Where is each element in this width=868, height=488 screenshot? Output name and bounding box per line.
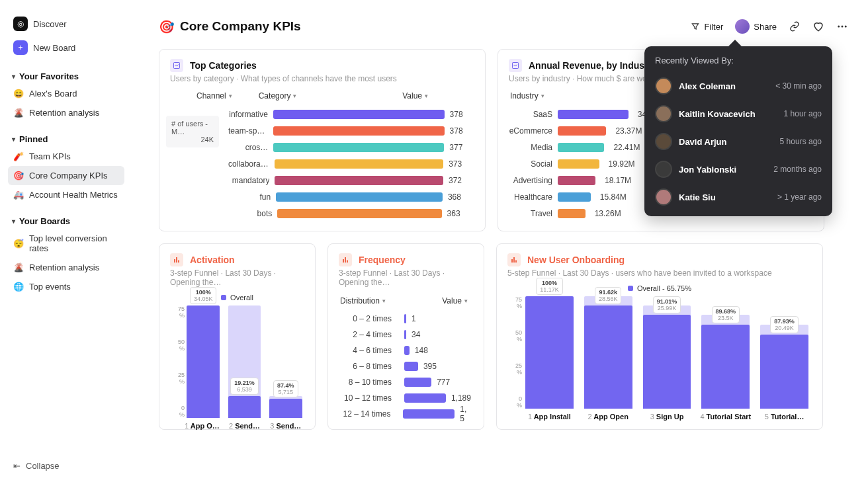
dropdown-channel[interactable]: Channel▾	[196, 91, 232, 101]
bar-fill	[558, 159, 599, 169]
bar-fill	[273, 143, 444, 152]
share-button[interactable]: Share	[735, 19, 777, 34]
funnel-bar: 89.68%23.5K	[698, 296, 753, 409]
sidebar-item[interactable]: 🌐Top events	[8, 277, 124, 296]
card-frequency[interactable]: Frequency 3-step Funnel · Last 30 Days ·…	[327, 243, 484, 430]
viewer-row[interactable]: David Arjun5 hours ago	[655, 128, 822, 155]
more-button[interactable]	[836, 20, 848, 32]
sidebar-item[interactable]: 😴Top level conversion rates	[8, 229, 124, 258]
filter-button[interactable]: Filter	[691, 22, 723, 32]
sidebar-item[interactable]: 🌋Retention analysis	[8, 258, 124, 277]
card-subtitle: Users by category · What types of channe…	[170, 74, 474, 83]
sidebar-item[interactable]: 😄Alex's Board	[8, 84, 124, 103]
dropdown-value[interactable]: Value▾	[402, 91, 428, 101]
bar-fill	[404, 362, 418, 371]
svg-rect-10	[347, 261, 348, 263]
dropdown-distribution[interactable]: Distribution▾	[340, 296, 386, 305]
bar-label: 6 – 8 times	[339, 362, 392, 371]
funnel-bar: 100%11.17K	[522, 296, 577, 409]
bar-row: collaborative373	[228, 155, 474, 172]
card-onboarding[interactable]: New User Onboarding 5-step Funnel · Last…	[496, 243, 823, 430]
bar-tooltip: 19.21%6,539	[230, 378, 259, 395]
bar-fill	[273, 110, 445, 119]
card-activation[interactable]: Activation 3-step Funnel · Last 30 Days …	[159, 243, 316, 430]
sidebar-item-label: Team KPIs	[29, 151, 71, 161]
bar-value: 395	[423, 362, 437, 371]
sidebar-item[interactable]: 🧨Team KPIs	[8, 147, 124, 166]
filter-icon	[691, 22, 700, 31]
funnel-bar: 100%34.05K	[185, 305, 222, 418]
card-top-categories[interactable]: Top Categories Users by category · What …	[159, 49, 486, 231]
share-label: Share	[754, 22, 777, 32]
bar-tooltip: 89.68%23.5K	[712, 306, 740, 323]
bar-chart-icon	[339, 253, 352, 266]
dropdown-value[interactable]: Value▾	[442, 296, 468, 305]
svg-rect-9	[345, 257, 346, 263]
chevron-down-icon: ▾	[12, 218, 15, 225]
bar-fill	[273, 126, 445, 136]
bar-row: bots363	[228, 205, 474, 222]
bar-fill	[558, 192, 591, 202]
bar-row: mandatory372	[228, 172, 474, 188]
emoji-icon: 🌋	[13, 108, 24, 118]
viewer-name: Alex Coleman	[679, 81, 769, 91]
bar-label: SaaS	[509, 110, 552, 119]
legend-box: # of users - M… 24K	[166, 116, 219, 147]
chevron-down-icon: ▾	[12, 136, 15, 143]
card-title: New User Onboarding	[527, 255, 625, 265]
bar-label: 8 – 10 times	[339, 378, 392, 387]
nav-discover[interactable]: ◎ Discover	[8, 12, 124, 36]
favorite-button[interactable]	[812, 20, 824, 32]
bar-fill	[558, 209, 586, 218]
x-label: 1 App Install	[522, 413, 577, 421]
card-subtitle: 3-step Funnel · Last 30 Days · Opening t…	[170, 268, 304, 287]
sidebar: ◎ Discover + New Board ▾ Your Favorites …	[0, 0, 132, 488]
bar-value: 1, 5	[460, 405, 473, 423]
nav-new-board[interactable]: + New Board	[8, 36, 124, 60]
svg-rect-11	[511, 259, 513, 263]
viewer-row[interactable]: Alex Coleman< 30 min ago	[655, 72, 822, 100]
chevron-down-icon: ▾	[12, 73, 15, 80]
section-favorites[interactable]: ▾ Your Favorites	[8, 66, 124, 84]
heart-icon	[812, 20, 824, 32]
bar-label: collaborative	[228, 159, 269, 169]
bar-value: 1	[412, 314, 416, 323]
viewer-name: Kaitlin Kovacevich	[679, 109, 777, 119]
bar-value: 13.26M	[595, 209, 628, 218]
bar-label: 10 – 12 times	[339, 393, 392, 403]
sidebar-item[interactable]: 🎯Core Company KPIs	[8, 166, 124, 185]
section-pinned[interactable]: ▾ Pinned	[8, 129, 124, 147]
viewer-row[interactable]: Kaitlin Kovacevich1 hour ago	[655, 100, 822, 128]
legend-dot-icon	[628, 286, 633, 291]
viewer-row[interactable]: Jon Yablonski2 months ago	[655, 155, 822, 183]
link-button[interactable]	[789, 20, 801, 32]
bar-row: fun368	[228, 188, 474, 205]
section-label: Your Boards	[19, 216, 70, 226]
page-title-text: Core Company KPIs	[180, 19, 301, 34]
dropdown-category[interactable]: Category▾	[259, 91, 297, 101]
sidebar-item[interactable]: 🚑Account Health Metrics	[8, 185, 124, 204]
bar-value: 777	[437, 378, 450, 387]
collapse-button[interactable]: ⇤ Collapse	[8, 456, 124, 476]
bar-label: fun	[228, 192, 271, 202]
sidebar-item[interactable]: 🌋Retention analysis	[8, 103, 124, 122]
bar-row: 10 – 12 times1,189	[339, 390, 473, 406]
bar-label: bots	[228, 209, 272, 218]
bar-label: Advertising	[509, 176, 552, 185]
filter-label: Filter	[704, 22, 723, 32]
section-your-boards[interactable]: ▾ Your Boards	[8, 211, 124, 229]
emoji-icon: 😄	[13, 89, 24, 99]
section-label: Your Favorites	[19, 71, 79, 81]
bar-tooltip: 87.4%5,715	[273, 380, 298, 397]
bar-value: 34	[412, 330, 420, 339]
target-icon: 🎯	[159, 19, 175, 34]
bar-label: team-specific	[228, 126, 268, 136]
bar-value: 368	[448, 192, 474, 202]
sidebar-item-label: Account Health Metrics	[29, 190, 118, 200]
viewer-row[interactable]: Katie Siu> 1 year ago	[655, 183, 822, 211]
bar-label: Social	[509, 159, 552, 169]
plus-icon: +	[13, 40, 28, 55]
bar-fill	[558, 110, 629, 119]
dropdown-industry[interactable]: Industry▾	[510, 91, 544, 101]
chevron-down-icon: ▾	[382, 298, 386, 304]
